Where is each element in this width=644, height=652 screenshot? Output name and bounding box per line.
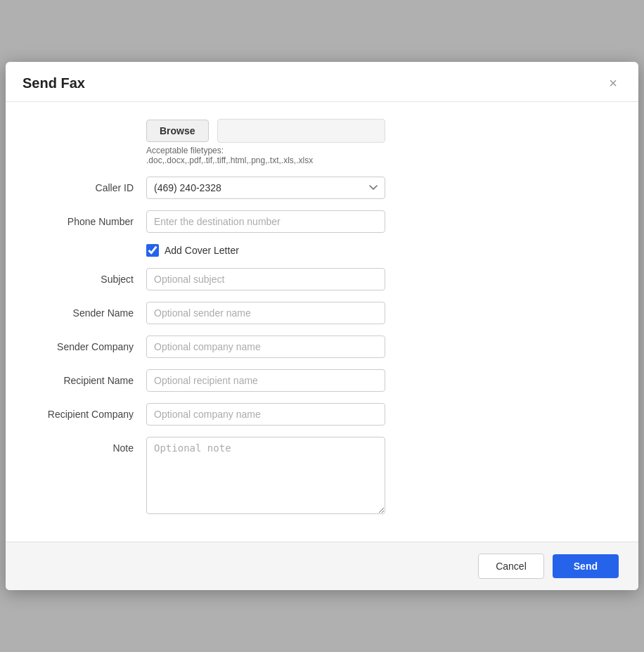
sender-company-input[interactable] [146,335,385,358]
modal-footer: Cancel Send [6,542,638,590]
subject-input[interactable] [146,268,385,290]
recipient-company-label: Recipient Company [34,403,146,420]
modal-header: Send Fax × [6,62,638,102]
sender-company-label: Sender Company [34,335,146,352]
cover-letter-label[interactable]: Add Cover Letter [165,245,239,256]
close-button[interactable]: × [605,75,622,91]
browse-control-wrap: Browse Acceptable filetypes: .doc,.docx,… [146,119,385,165]
sender-company-row: Sender Company [34,335,610,358]
file-upload-row: Browse Acceptable filetypes: .doc,.docx,… [34,119,610,165]
note-control-wrap [146,437,385,516]
note-textarea[interactable] [146,437,385,514]
recipient-name-input[interactable] [146,369,385,392]
subject-row: Subject [34,268,610,290]
caller-id-row: Caller ID (469) 240-2328 [34,177,610,199]
phone-number-label: Phone Number [34,210,146,227]
subject-label: Subject [34,268,146,285]
cancel-button[interactable]: Cancel [478,554,544,579]
note-label: Note [34,437,146,454]
cover-letter-row: Add Cover Letter [146,244,610,257]
cover-letter-checkbox[interactable] [146,244,159,257]
browse-row: Browse [146,119,385,143]
caller-id-control-wrap: (469) 240-2328 [146,177,385,199]
recipient-company-control-wrap [146,403,385,426]
file-hint: Acceptable filetypes: .doc,.docx,.pdf,.t… [146,146,385,165]
recipient-company-row: Recipient Company [34,403,610,426]
modal-overlay: Send Fax × Browse Acceptable filetypes: … [0,0,644,652]
phone-number-input[interactable] [146,210,385,233]
browse-label-spacer [34,119,146,124]
sender-company-control-wrap [146,335,385,358]
sender-name-row: Sender Name [34,302,610,324]
modal-body: Browse Acceptable filetypes: .doc,.docx,… [6,102,638,542]
file-input-display [217,119,385,143]
caller-id-label: Caller ID [34,177,146,193]
caller-id-select[interactable]: (469) 240-2328 [146,177,385,199]
recipient-name-control-wrap [146,369,385,392]
phone-number-control-wrap [146,210,385,233]
sender-name-input[interactable] [146,302,385,324]
recipient-company-input[interactable] [146,403,385,426]
note-row: Note [34,437,610,516]
phone-number-row: Phone Number [34,210,610,233]
recipient-name-label: Recipient Name [34,369,146,386]
browse-button[interactable]: Browse [146,120,209,142]
send-button[interactable]: Send [553,554,619,578]
sender-name-label: Sender Name [34,302,146,319]
recipient-name-row: Recipient Name [34,369,610,392]
modal-title: Send Fax [22,75,85,91]
subject-control-wrap [146,268,385,290]
send-fax-modal: Send Fax × Browse Acceptable filetypes: … [6,62,638,590]
sender-name-control-wrap [146,302,385,324]
